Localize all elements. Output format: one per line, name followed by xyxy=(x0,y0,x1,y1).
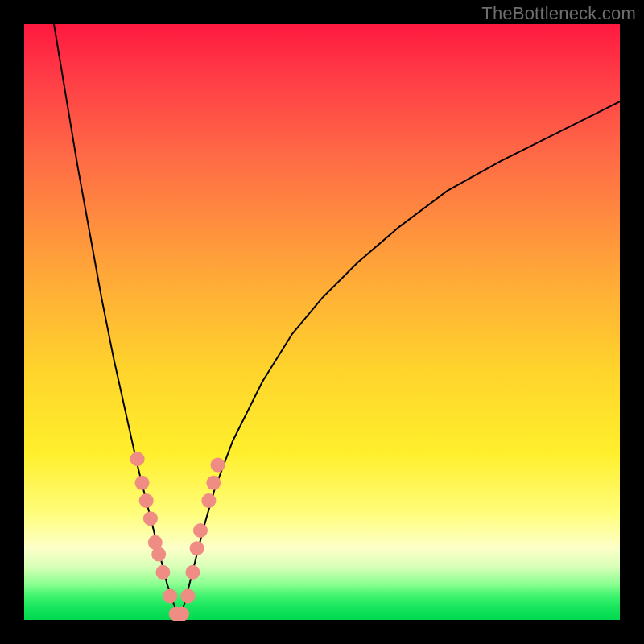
marker-dot xyxy=(190,541,204,555)
curve-right-curve xyxy=(179,101,620,620)
marker-dot xyxy=(211,458,225,473)
marker-dot xyxy=(185,565,200,580)
marker-dot xyxy=(151,547,166,562)
marker-dot xyxy=(201,493,216,508)
marker-dot xyxy=(181,588,196,603)
curves-group xyxy=(54,24,620,620)
marker-dot xyxy=(163,588,177,603)
marker-dot xyxy=(130,452,145,466)
curve-left-curve xyxy=(54,24,179,620)
marker-dot xyxy=(139,493,154,508)
marker-dot xyxy=(193,523,208,538)
marker-dot xyxy=(143,511,158,526)
marker-dot xyxy=(135,476,150,490)
marker-dot xyxy=(155,565,170,580)
marker-dots-group xyxy=(130,452,225,621)
watermark-text: TheBottleneck.com xyxy=(481,3,636,24)
bottleneck-chart xyxy=(0,0,644,644)
marker-dot xyxy=(206,476,221,490)
marker-dot xyxy=(175,607,189,621)
